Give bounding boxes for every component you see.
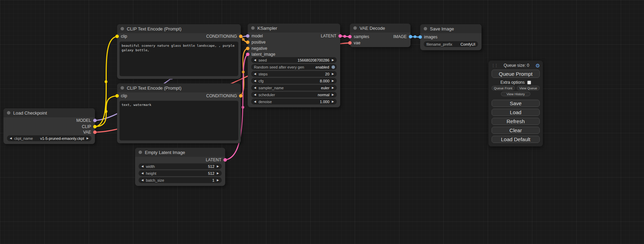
node-save-image[interactable]: Save Image images filename_prefix ComfyU… (420, 24, 482, 50)
queue-front-button[interactable]: Queue Front (492, 86, 515, 90)
save-button[interactable]: Save (492, 100, 540, 107)
input-slot-images[interactable]: images (418, 34, 438, 40)
filename-prefix-widget[interactable]: filename_prefix ComfyUI (424, 41, 478, 47)
prev-arrow-icon[interactable]: ◀ (254, 73, 256, 75)
image-slot-icon[interactable] (418, 35, 422, 39)
latent-slot-icon[interactable] (338, 34, 342, 38)
cfg-widget[interactable]: ◀ cfg 8.000 ▶ (251, 78, 337, 84)
node-collapse-dot[interactable] (139, 151, 142, 154)
node-clip-text-encode-positive[interactable]: CLIP Text Encode (Prompt) clip CONDITION… (117, 24, 241, 79)
output-slot-latent[interactable]: LATENT (206, 157, 227, 163)
node-title-bar[interactable]: Load Checkpoint (3, 108, 95, 117)
prev-arrow-icon[interactable]: ◀ (254, 87, 256, 89)
clip-slot-icon[interactable] (115, 94, 119, 98)
sampler-name-widget[interactable]: ◀ sampler_name euler ▶ (251, 85, 337, 91)
node-title-bar[interactable]: CLIP Text Encode (Prompt) (117, 83, 241, 92)
settings-gear-icon[interactable]: ⚙ (536, 63, 540, 68)
node-empty-latent-image[interactable]: Empty Latent Image LATENT ◀ width 512 ▶ … (135, 148, 225, 186)
width-widget[interactable]: ◀ width 512 ▶ (139, 163, 222, 169)
next-arrow-icon[interactable]: ▶ (217, 179, 219, 182)
next-arrow-icon[interactable]: ▶ (332, 59, 334, 62)
image-slot-icon[interactable] (409, 35, 412, 38)
steps-widget[interactable]: ◀ steps 20 ▶ (251, 71, 337, 77)
next-arrow-icon[interactable]: ▶ (332, 73, 334, 75)
random-seed-toggle-widget[interactable]: Random seed after every gen enabled (251, 64, 337, 70)
node-clip-text-encode-negative[interactable]: CLIP Text Encode (Prompt) clip CONDITION… (117, 83, 241, 143)
node-title-bar[interactable]: CLIP Text Encode (Prompt) (117, 24, 241, 33)
denoise-widget[interactable]: ◀ denoise 1.000 ▶ (251, 99, 337, 105)
ckpt-name-widget[interactable]: ◀ ckpt_name v1-5-pruned-emaonly.ckpt ▶ (7, 135, 91, 141)
clip-slot-icon[interactable] (93, 125, 97, 128)
next-arrow-icon[interactable]: ▶ (217, 165, 219, 168)
toggle-icon[interactable] (332, 65, 335, 69)
prev-arrow-icon[interactable]: ◀ (254, 93, 256, 96)
view-history-button[interactable]: View History (501, 92, 530, 96)
prev-arrow-icon[interactable]: ◀ (10, 137, 12, 140)
node-title-bar[interactable]: KSampler (248, 24, 340, 33)
next-arrow-icon[interactable]: ▶ (332, 93, 334, 96)
seed-widget[interactable]: ◀ seed 156680208700286 ▶ (251, 57, 337, 63)
scheduler-widget[interactable]: ◀ scheduler normal ▶ (251, 92, 337, 98)
next-arrow-icon[interactable]: ▶ (332, 87, 334, 89)
height-widget[interactable]: ◀ height 512 ▶ (139, 170, 222, 176)
refresh-button[interactable]: Refresh (492, 118, 540, 125)
node-title-bar[interactable]: VAE Decode (350, 24, 411, 33)
vae-slot-icon[interactable] (348, 41, 352, 45)
conditioning-slot-icon[interactable] (239, 94, 242, 98)
load-button[interactable]: Load (492, 109, 540, 116)
prompt-textarea[interactable]: beautiful scenery nature glass bottle la… (120, 42, 238, 76)
input-slot-positive[interactable]: positive (246, 39, 266, 45)
next-arrow-icon[interactable]: ▶ (332, 80, 334, 82)
node-collapse-dot[interactable] (121, 27, 124, 30)
node-vae-decode[interactable]: VAE Decode samples vae IMAGE (350, 24, 411, 47)
clip-slot-icon[interactable] (115, 35, 119, 38)
output-slot-latent[interactable]: LATENT (321, 33, 342, 39)
next-arrow-icon[interactable]: ▶ (332, 100, 334, 103)
output-slot-conditioning[interactable]: CONDITIONING (206, 93, 242, 99)
conditioning-slot-icon[interactable] (246, 40, 249, 44)
prev-arrow-icon[interactable]: ◀ (141, 165, 143, 168)
prompt-textarea[interactable]: text, watermark (120, 101, 238, 141)
prev-arrow-icon[interactable]: ◀ (141, 179, 143, 182)
latent-slot-icon[interactable] (348, 35, 352, 38)
output-slot-image[interactable]: IMAGE (393, 34, 412, 40)
batch-size-widget[interactable]: ◀ batch_size 1 ▶ (139, 177, 222, 183)
extra-options-checkbox[interactable] (527, 81, 531, 84)
load-default-button[interactable]: Load Default (492, 136, 540, 143)
node-collapse-dot[interactable] (121, 86, 124, 90)
output-slot-model[interactable]: MODEL (76, 117, 97, 124)
node-load-checkpoint[interactable]: Load Checkpoint MODEL CLIP VAE ◀ ckpt_na… (3, 108, 95, 144)
input-slot-vae[interactable]: vae (348, 40, 360, 46)
prev-arrow-icon[interactable]: ◀ (141, 172, 143, 175)
node-collapse-dot[interactable] (7, 111, 10, 115)
input-slot-clip[interactable]: clip (115, 93, 127, 99)
node-title-bar[interactable]: Save Image (420, 24, 482, 33)
output-slot-conditioning[interactable]: CONDITIONING (206, 33, 242, 39)
node-collapse-dot[interactable] (251, 26, 255, 30)
conditioning-slot-icon[interactable] (246, 47, 249, 50)
drag-handle-icon[interactable]: ⋮⋮ (491, 63, 497, 68)
graph-canvas[interactable]: Load Checkpoint MODEL CLIP VAE ◀ ckpt_na… (0, 0, 644, 244)
view-queue-button[interactable]: View Queue (517, 86, 540, 90)
input-slot-latent-image[interactable]: latent_image (246, 51, 275, 57)
input-slot-model[interactable]: model (246, 33, 263, 39)
input-slot-samples[interactable]: samples (348, 34, 369, 40)
input-slot-clip[interactable]: clip (115, 33, 127, 39)
prev-arrow-icon[interactable]: ◀ (254, 80, 256, 82)
next-arrow-icon[interactable]: ▶ (217, 172, 219, 175)
model-slot-icon[interactable] (246, 34, 249, 38)
prev-arrow-icon[interactable]: ◀ (254, 59, 256, 62)
node-title-bar[interactable]: Empty Latent Image (135, 148, 225, 157)
next-arrow-icon[interactable]: ▶ (87, 137, 89, 140)
model-slot-icon[interactable] (93, 119, 97, 122)
node-ksampler[interactable]: KSampler model positive negative latent_… (248, 24, 340, 107)
latent-slot-icon[interactable] (246, 53, 249, 56)
output-slot-vae[interactable]: VAE (83, 129, 97, 135)
input-slot-negative[interactable]: negative (246, 45, 267, 52)
latent-slot-icon[interactable] (223, 158, 227, 162)
conditioning-slot-icon[interactable] (239, 35, 242, 38)
node-collapse-dot[interactable] (424, 27, 427, 30)
prev-arrow-icon[interactable]: ◀ (254, 100, 256, 103)
vae-slot-icon[interactable] (93, 130, 97, 134)
node-collapse-dot[interactable] (353, 26, 357, 30)
